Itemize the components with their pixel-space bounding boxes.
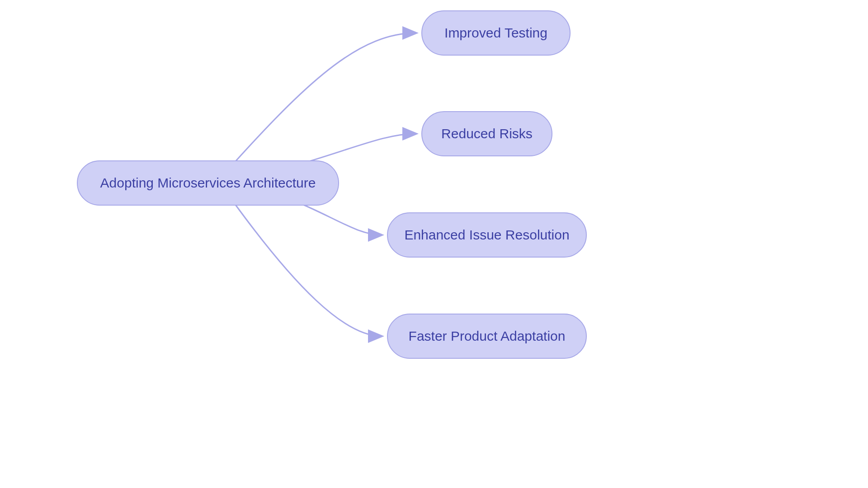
edge-root-to-faster-product-adaptation — [235, 204, 382, 336]
node-improved-testing: Improved Testing — [421, 10, 571, 56]
node-faster-product-adaptation: Faster Product Adaptation — [387, 314, 587, 359]
edge-root-to-improved-testing — [235, 33, 416, 162]
node-root: Adopting Microservices Architecture — [77, 160, 339, 206]
node-enhanced-issue-resolution: Enhanced Issue Resolution — [387, 212, 587, 258]
node-reduced-risks: Reduced Risks — [421, 111, 552, 156]
